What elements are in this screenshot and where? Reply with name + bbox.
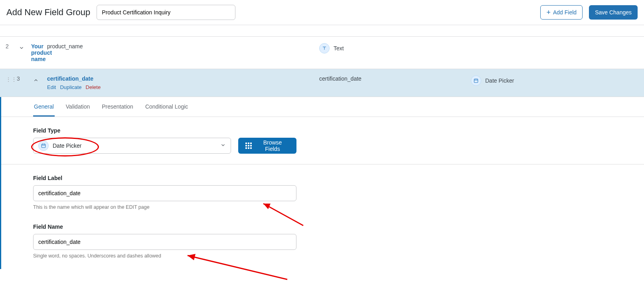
field-editor-panel: General Validation Presentation Conditio… bbox=[0, 97, 644, 269]
tab-general[interactable]: General bbox=[33, 97, 55, 117]
collapse-toggle[interactable] bbox=[31, 75, 41, 85]
text-type-icon bbox=[319, 43, 330, 53]
field-label-link[interactable]: certification_date bbox=[47, 75, 93, 82]
add-field-button[interactable]: + Add Field bbox=[540, 5, 583, 20]
add-field-label: Add Field bbox=[553, 9, 577, 16]
row-number: 3 bbox=[17, 75, 31, 82]
chevron-down-icon bbox=[220, 143, 226, 149]
header-bar: Add New Field Group + Add Field Save Cha… bbox=[0, 0, 644, 25]
field-type-label: Date Picker bbox=[485, 77, 514, 84]
field-rows: ⋮⋮ 2 Your product name product_name Text… bbox=[0, 36, 644, 97]
field-label-hint: This is the name which will appear on th… bbox=[33, 204, 296, 210]
plus-icon: + bbox=[546, 9, 551, 16]
page-title: Add New Field Group bbox=[6, 7, 90, 18]
tab-validation[interactable]: Validation bbox=[65, 97, 91, 117]
svg-rect-0 bbox=[474, 79, 478, 83]
save-changes-label: Save Changes bbox=[595, 9, 632, 16]
field-type-label: Field Type bbox=[33, 127, 296, 134]
duplicate-link[interactable]: Duplicate bbox=[60, 84, 81, 90]
field-label-label: Field Label bbox=[33, 175, 296, 181]
save-changes-button[interactable]: Save Changes bbox=[589, 5, 638, 20]
tab-conditional-logic[interactable]: Conditional Logic bbox=[144, 97, 189, 117]
section-field-label-name: Field Label This is the name which will … bbox=[1, 164, 644, 269]
row-number: 2 bbox=[6, 43, 17, 49]
field-name-hint: Single word, no spaces. Underscores and … bbox=[33, 253, 296, 259]
field-row-3[interactable]: ⋮⋮ 3 certification_date Edit Duplicate D… bbox=[0, 69, 644, 97]
chevron-up-icon bbox=[33, 77, 39, 83]
field-type-value: Date Picker bbox=[53, 143, 81, 149]
field-type-cell: Date Picker bbox=[471, 75, 638, 86]
field-key: product_name bbox=[47, 43, 319, 49]
editor-tabs: General Validation Presentation Conditio… bbox=[1, 97, 644, 117]
field-label-input[interactable] bbox=[33, 185, 296, 201]
field-name-label: Field Name bbox=[33, 224, 296, 230]
browse-fields-label: Browse Fields bbox=[256, 139, 289, 152]
field-type-select[interactable]: Date Picker bbox=[33, 138, 231, 154]
field-type-label: Text bbox=[334, 45, 344, 51]
group-name-input[interactable] bbox=[97, 5, 235, 20]
drag-handle-icon[interactable]: ⋮⋮ bbox=[6, 75, 17, 83]
svg-rect-1 bbox=[41, 144, 45, 148]
date-type-icon bbox=[38, 141, 49, 151]
delete-link[interactable]: Delete bbox=[86, 84, 101, 90]
row-actions: Edit Duplicate Delete bbox=[47, 84, 319, 90]
field-name-input[interactable] bbox=[33, 234, 296, 250]
chevron-down-icon bbox=[19, 45, 24, 51]
date-type-icon bbox=[471, 75, 481, 86]
tab-presentation[interactable]: Presentation bbox=[101, 97, 134, 117]
field-type-cell: Text bbox=[319, 43, 471, 53]
field-key: certification_date bbox=[319, 75, 471, 82]
field-row-2[interactable]: ⋮⋮ 2 Your product name product_name Text bbox=[0, 37, 644, 69]
expand-toggle[interactable] bbox=[17, 43, 26, 53]
browse-fields-button[interactable]: Browse Fields bbox=[238, 138, 296, 154]
edit-link[interactable]: Edit bbox=[47, 84, 56, 90]
field-label-cell: certification_date Edit Duplicate Delete bbox=[47, 75, 319, 90]
group-name-wrap bbox=[97, 5, 235, 20]
field-label-cell: Your product name bbox=[31, 43, 47, 62]
section-field-type: Field Type Date Picker bbox=[1, 117, 644, 164]
grid-icon bbox=[245, 143, 252, 149]
